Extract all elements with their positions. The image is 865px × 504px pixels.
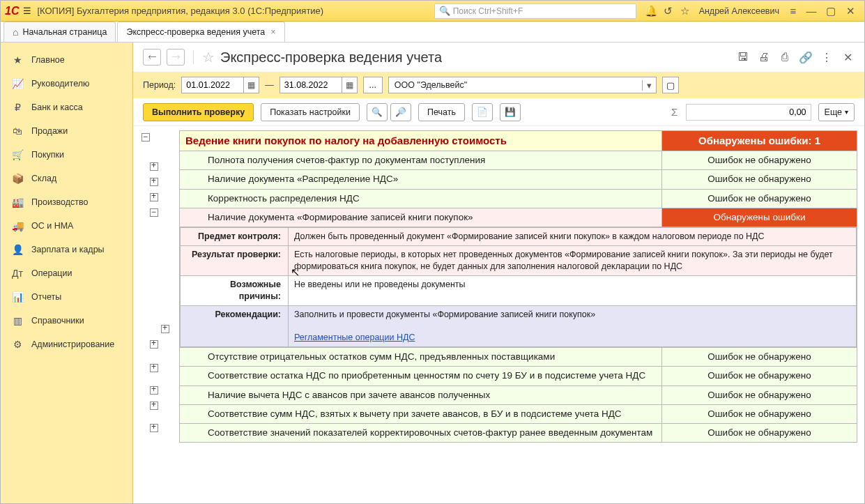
detail-text: Заполнить и провести документы «Формиров…: [289, 305, 857, 347]
nav-label: Администрирование: [31, 339, 114, 349]
nav-bank[interactable]: ₽Банк и касса: [1, 96, 132, 119]
nav-label: Руководителю: [31, 79, 89, 89]
open-org-button[interactable]: ▢: [662, 77, 679, 93]
close-page-icon[interactable]: ✕: [841, 51, 855, 64]
minimize-button[interactable]: —: [802, 5, 821, 17]
expand-toggle[interactable]: [150, 178, 158, 186]
calendar-icon[interactable]: ▦: [342, 77, 357, 93]
report-table: Ведение книги покупок по налогу на добав…: [179, 130, 857, 443]
collapse-toggle[interactable]: [141, 133, 150, 142]
tree-gutter: [137, 130, 179, 497]
preview-button[interactable]: 📄: [472, 103, 493, 121]
period-picker-button[interactable]: ...: [363, 77, 383, 93]
check-row[interactable]: Соответствие остатка НДС по приобретенны…: [180, 367, 857, 385]
nav-sales[interactable]: 🛍Продажи: [1, 119, 132, 143]
nav-admin[interactable]: ⚙Администрирование: [1, 333, 132, 356]
print-icon[interactable]: 🖨: [757, 51, 771, 64]
check-row[interactable]: Соответствие сумм НДС, взятых к вычету п…: [180, 404, 857, 423]
detail-text: Не введены или не проведены документы: [289, 275, 857, 305]
nav-operations[interactable]: ДтОперации: [1, 261, 132, 285]
section-row[interactable]: Ведение книги покупок по налогу на добав…: [180, 131, 857, 151]
export-icon[interactable]: ⎙: [778, 51, 792, 64]
check-row-error[interactable]: Наличие документа «Формирование записей …: [180, 208, 857, 227]
back-button[interactable]: 🡐: [143, 49, 161, 66]
check-row[interactable]: Полнота получения счетов-фактур по докум…: [180, 151, 857, 170]
sum-input[interactable]: [686, 104, 811, 121]
show-settings-button[interactable]: Показать настройки: [261, 103, 360, 121]
expand-toggle[interactable]: [150, 162, 158, 171]
date-to-input[interactable]: [280, 77, 342, 93]
forward-button[interactable]: 🡒: [167, 49, 185, 66]
star-icon[interactable]: ☆: [677, 5, 694, 17]
nav-warehouse[interactable]: 📦Склад: [1, 167, 132, 190]
detail-text: Есть налоговые периоды, в которых нет пр…: [289, 246, 857, 276]
search-button[interactable]: 🔍: [367, 103, 388, 121]
header-actions: 🖫 🖨 ⎙ 🔗 ⋮ ✕: [736, 51, 855, 64]
check-row[interactable]: Наличие вычета НДС с авансов при зачете …: [180, 385, 857, 404]
nav-label: Покупки: [31, 150, 64, 160]
ruble-icon: ₽: [10, 102, 24, 113]
expand-toggle[interactable]: [150, 424, 158, 432]
expand-toggle[interactable]: [150, 340, 158, 349]
date-to[interactable]: ▦: [280, 77, 358, 93]
check-row[interactable]: Соответствие значений показателей коррек…: [180, 424, 857, 443]
nav-payroll[interactable]: 👤Зарплата и кадры: [1, 238, 132, 261]
nav-label: Отчеты: [31, 292, 61, 302]
expand-toggle[interactable]: [150, 402, 158, 410]
history-icon[interactable]: ↺: [660, 5, 677, 17]
save-icon[interactable]: 🖫: [736, 51, 750, 64]
check-row[interactable]: Отсутствие отрицательных остатков сумм Н…: [180, 348, 857, 367]
organization-select[interactable]: ООО "Эдельвейс" ▾: [388, 77, 657, 93]
collapse-toggle[interactable]: [150, 208, 158, 217]
print-button[interactable]: Печать: [418, 103, 465, 121]
nav-reports[interactable]: 📊Отчеты: [1, 285, 132, 309]
nav-main[interactable]: ★Главное: [1, 48, 132, 72]
tab-home-label: Начальная страница: [22, 27, 107, 37]
calendar-icon[interactable]: ▦: [243, 77, 259, 93]
username[interactable]: Андрей Алексеевич: [699, 6, 779, 16]
chevron-down-icon[interactable]: ▾: [642, 80, 656, 91]
expand-toggle[interactable]: [150, 364, 158, 372]
detail-label: Результат проверки:: [181, 246, 289, 276]
nav-manufacturing[interactable]: 🏭Производство: [1, 190, 132, 214]
kebab-icon[interactable]: ⋮: [820, 51, 834, 64]
expand-toggle[interactable]: [150, 386, 158, 395]
close-window-button[interactable]: ✕: [841, 5, 860, 17]
nav-label: Справочники: [31, 316, 84, 326]
favorite-icon[interactable]: ☆: [202, 49, 215, 66]
nav-label: Продажи: [31, 126, 68, 136]
search-back-button[interactable]: 🔎: [390, 103, 411, 121]
chart-icon: 📈: [10, 78, 24, 89]
section-title: Ведение книги покупок по налогу на добав…: [180, 131, 662, 151]
check-row[interactable]: Корректность распределения НДС Ошибок не…: [180, 189, 857, 208]
save-report-button[interactable]: 💾: [500, 103, 521, 121]
tab-express-check[interactable]: Экспресс-проверка ведения учета ×: [117, 22, 284, 42]
expand-toggle[interactable]: [150, 193, 158, 201]
date-from-input[interactable]: [182, 77, 243, 93]
nav-manager[interactable]: 📈Руководителю: [1, 72, 132, 96]
link-icon[interactable]: 🔗: [799, 51, 813, 64]
person-icon: 👤: [10, 244, 24, 255]
tab-home[interactable]: ⌂ Начальная страница: [3, 22, 116, 42]
nav-catalogs[interactable]: ▥Справочники: [1, 309, 132, 333]
nav-purchases[interactable]: 🛒Покупки: [1, 143, 132, 167]
tab-close-icon[interactable]: ×: [270, 27, 275, 37]
maximize-button[interactable]: ▢: [821, 5, 841, 17]
date-from[interactable]: ▦: [181, 77, 259, 93]
settings-icon[interactable]: ≡: [785, 5, 802, 17]
menu-icon[interactable]: ☰: [23, 6, 31, 16]
tabs-row: ⌂ Начальная страница Экспресс-проверка в…: [1, 22, 864, 43]
bell-icon[interactable]: 🔔: [643, 5, 660, 17]
cart-icon: 🛍: [10, 125, 24, 137]
main-area: 🡐 🡒 ☆ Экспресс-проверка ведения учета 🖫 …: [133, 43, 864, 504]
expand-toggle[interactable]: [161, 325, 169, 333]
nav-label: ОС и НМА: [31, 221, 73, 231]
more-button[interactable]: Еще ▾: [818, 103, 855, 121]
check-row[interactable]: Наличие документа «Распределение НДС» Ош…: [180, 170, 857, 189]
global-search[interactable]: 🔍 Поиск Ctrl+Shift+F: [434, 3, 636, 19]
chevron-down-icon: ▾: [845, 108, 848, 116]
reg-operations-link[interactable]: Регламентные операции НДС: [294, 333, 415, 342]
page-title: Экспресс-проверка ведения учета: [220, 49, 442, 66]
run-check-button[interactable]: Выполнить проверку: [143, 103, 254, 121]
nav-assets[interactable]: 🚚ОС и НМА: [1, 214, 132, 238]
